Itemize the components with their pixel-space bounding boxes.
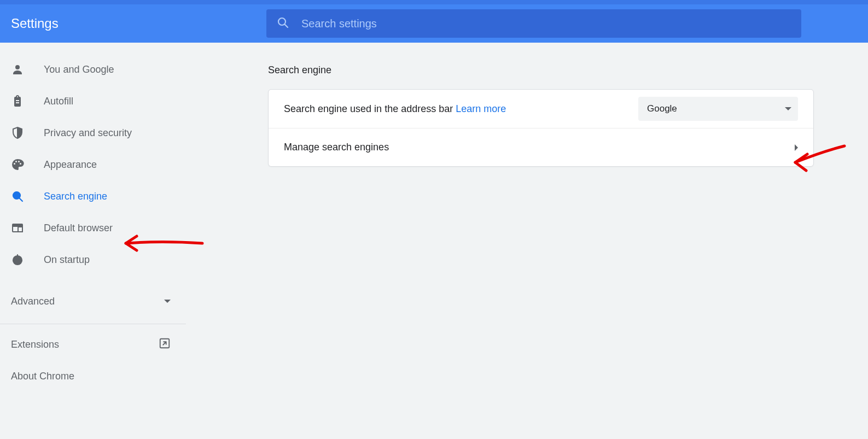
row-text: Search engine used in the address bar Le… [284, 103, 506, 115]
sidebar-about-chrome[interactable]: About Chrome [0, 360, 186, 392]
settings-card: Search engine used in the address bar Le… [268, 89, 814, 167]
sidebar-about-label: About Chrome [11, 371, 74, 382]
sidebar-item-appearance[interactable]: Appearance [0, 149, 186, 180]
search-engine-dropdown[interactable]: Google [638, 97, 798, 121]
sidebar-item-you-and-google[interactable]: You and Google [0, 54, 186, 85]
svg-point-2 [15, 65, 20, 69]
clipboard-icon [11, 95, 44, 108]
dropdown-value: Google [647, 103, 677, 114]
main-content: Search engine Search engine used in the … [186, 43, 868, 439]
sidebar-item-default-browser[interactable]: Default browser [0, 212, 186, 244]
svg-line-1 [285, 25, 288, 28]
header: Settings [0, 0, 868, 43]
learn-more-link[interactable]: Learn more [456, 103, 506, 114]
search-icon [276, 16, 289, 31]
browser-icon [11, 221, 44, 235]
search-engine-row: Search engine used in the address bar Le… [269, 90, 813, 128]
sidebar-item-label: Default browser [44, 223, 113, 234]
person-icon [11, 63, 44, 76]
row-text: Manage search engines [284, 142, 389, 153]
dropdown-arrow-icon [785, 107, 791, 110]
chevron-right-icon [795, 144, 798, 151]
sidebar-extensions-label: Extensions [11, 339, 59, 350]
sidebar-item-label: Search engine [44, 191, 107, 202]
sidebar-item-label: Privacy and security [44, 127, 132, 139]
sidebar-item-autofill[interactable]: Autofill [0, 85, 186, 117]
external-link-icon [159, 337, 171, 352]
sidebar-item-privacy[interactable]: Privacy and security [0, 117, 186, 149]
palette-icon [11, 158, 44, 171]
search-settings-input[interactable] [301, 17, 791, 30]
chevron-down-icon [164, 300, 171, 303]
sidebar-advanced-label: Advanced [11, 296, 55, 307]
sidebar-item-label: On startup [44, 254, 90, 266]
section-title: Search engine [268, 65, 868, 76]
svg-rect-7 [18, 227, 22, 232]
shield-icon [11, 126, 44, 139]
power-icon [11, 253, 44, 266]
sidebar-item-search-engine[interactable]: Search engine [0, 180, 186, 212]
sidebar-item-label: You and Google [44, 64, 114, 75]
sidebar: You and Google Autofill Privacy and secu… [0, 43, 186, 439]
sidebar-item-label: Appearance [44, 159, 97, 171]
sidebar-item-label: Autofill [44, 96, 73, 107]
manage-search-engines-row[interactable]: Manage search engines [269, 128, 813, 166]
sidebar-item-on-startup[interactable]: On startup [0, 244, 186, 276]
page-title: Settings [11, 16, 266, 31]
svg-line-4 [20, 198, 23, 202]
search-icon [11, 190, 44, 203]
divider [0, 324, 186, 324]
search-settings-bar[interactable] [266, 9, 801, 38]
sidebar-advanced[interactable]: Advanced [0, 285, 186, 317]
sidebar-extensions[interactable]: Extensions [0, 329, 186, 360]
